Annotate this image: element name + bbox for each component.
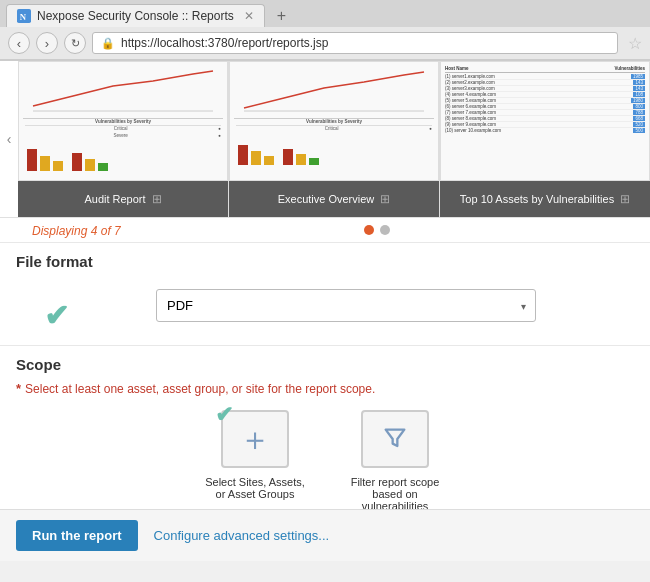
carousel-dot-1[interactable] — [364, 225, 374, 235]
address-bar[interactable]: 🔒 https://localhost:3780/report/reports.… — [92, 32, 618, 54]
back-icon: ‹ — [17, 36, 21, 51]
scope-title: Scope — [16, 356, 634, 373]
configure-link[interactable]: Configure advanced settings... — [154, 528, 330, 543]
scope-select-check-icon: ✔ — [215, 402, 233, 428]
carousel-label-audit: Audit Report ⊞ — [18, 181, 228, 217]
back-button[interactable]: ‹ — [8, 32, 30, 54]
tab-title: Nexpose Security Console :: Reports — [37, 9, 234, 23]
fullscreen-icon2: ⊞ — [380, 192, 390, 206]
browser-tab[interactable]: Nexpose Security Console :: Reports ✕ — [6, 4, 265, 27]
filter-icon — [381, 425, 409, 453]
scope-asterisk: * — [16, 381, 21, 396]
carousel-item-top10[interactable]: Host NameVulnerabilities (1) server1.exa… — [440, 61, 650, 217]
lock-icon: 🔒 — [101, 37, 115, 50]
file-format-title: File format — [16, 253, 634, 270]
scope-select-button[interactable]: ✔ ＋ Select Sites, Assets, or Asset Group… — [205, 410, 305, 512]
run-report-button[interactable]: Run the report — [16, 520, 138, 551]
scope-filter-label: Filter report scope based on vulnerabili… — [345, 476, 445, 512]
url-text: https://localhost:3780/report/reports.js… — [121, 36, 328, 50]
tab-close-icon[interactable]: ✕ — [244, 9, 254, 23]
carousel-dot-2[interactable] — [380, 225, 390, 235]
forward-button[interactable]: › — [36, 32, 58, 54]
scope-warning-text: Select at least one asset, asset group, … — [25, 382, 375, 396]
file-format-select[interactable]: PDF HTML CSV XML RTF Text — [156, 289, 536, 322]
file-format-check-icon: ✔ — [44, 298, 69, 333]
carousel-label-top10: Top 10 Assets by Vulnerabilities ⊞ — [440, 181, 650, 217]
carousel-prev-button[interactable]: ‹ — [0, 131, 18, 147]
fullscreen-icon: ⊞ — [152, 192, 162, 206]
reload-button[interactable]: ↻ — [64, 32, 86, 54]
carousel-label-executive: Executive Overview ⊞ — [229, 181, 439, 217]
carousel-item-audit[interactable]: Vulnerabilities by Severity Critical● Se… — [18, 61, 229, 217]
bottom-bar: Run the report Configure advanced settin… — [0, 509, 650, 561]
fullscreen-icon3: ⊞ — [620, 192, 630, 206]
plus-icon: ＋ — [239, 423, 271, 455]
new-tab-button[interactable]: + — [271, 5, 292, 27]
reload-icon: ↻ — [71, 37, 80, 50]
bookmark-icon[interactable]: ☆ — [628, 34, 642, 53]
carousel-items: Vulnerabilities by Severity Critical● Se… — [18, 61, 650, 217]
carousel-item-executive[interactable]: Vulnerabilities by Severity Critical● — [229, 61, 440, 217]
displaying-text: Displaying 4 of 7 — [24, 222, 129, 238]
scope-filter-button[interactable]: Filter report scope based on vulnerabili… — [345, 410, 445, 512]
forward-icon: › — [45, 36, 49, 51]
scope-select-label: Select Sites, Assets, or Asset Groups — [205, 476, 305, 500]
